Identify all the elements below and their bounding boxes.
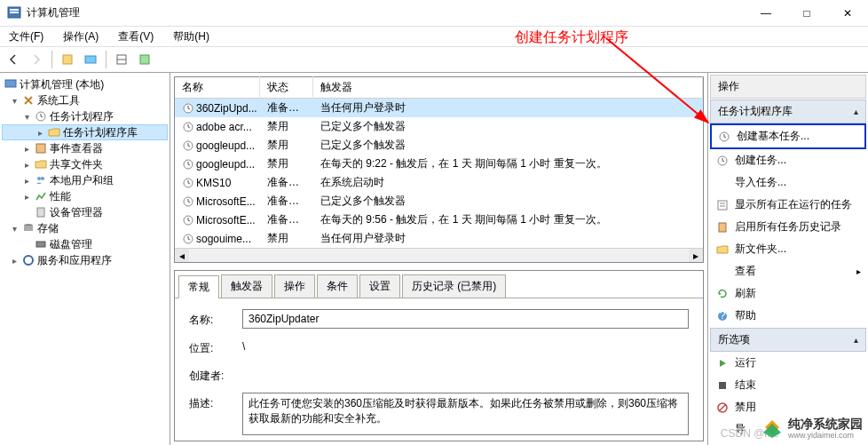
tab-triggers[interactable]: 触发器	[221, 274, 272, 298]
tree-event-viewer[interactable]: ▸ 事件查看器	[2, 140, 168, 156]
action-label: 查看	[735, 264, 756, 279]
task-row[interactable]: MicrosoftE...准备就绪在每天的 9:56 - 触发后，在 1 天 期…	[175, 211, 703, 229]
action-enable-history[interactable]: 启用所有任务历史记录	[710, 216, 866, 238]
action-disable[interactable]: 禁用	[710, 396, 866, 418]
action-refresh[interactable]: 刷新	[710, 282, 866, 305]
tree-performance[interactable]: ▸ 性能	[2, 188, 168, 204]
expand-icon[interactable]: ▸	[21, 176, 32, 186]
actions-group-label: 所选项	[718, 332, 750, 347]
desc-textarea[interactable]: 此任务可使您安装的360压缩能及时获得最新版本。如果此任务被禁用或删除，则360…	[242, 393, 689, 435]
menu-file[interactable]: 文件(F)	[5, 28, 47, 46]
tree-root[interactable]: 计算机管理 (本地)	[2, 76, 168, 92]
back-button[interactable]	[4, 50, 23, 69]
tree-device-manager[interactable]: 设备管理器	[2, 204, 168, 220]
name-input[interactable]: 360ZipUpdater	[242, 309, 689, 329]
menu-view[interactable]: 查看(V)	[114, 28, 157, 46]
action-new-folder[interactable]: 新文件夹...	[710, 238, 866, 260]
tree-task-scheduler-library[interactable]: ▸ 任务计划程序库	[2, 124, 168, 140]
task-list-header: 名称 状态 触发器	[175, 77, 703, 99]
task-row[interactable]: KMS10准备就绪在系统启动时	[175, 173, 703, 192]
task-trigger: 已定义多个触发器	[313, 192, 703, 211]
expand-icon[interactable]: ▸	[21, 160, 32, 170]
expand-icon[interactable]: ▾	[21, 112, 32, 122]
menu-action[interactable]: 操作(A)	[59, 28, 102, 46]
task-trigger: 在每天的 9:22 - 触发后，在 1 天 期间每隔 1 小时 重复一次。	[313, 155, 703, 173]
action-label: 创建基本任务...	[737, 129, 809, 144]
expand-icon[interactable]: ▾	[9, 96, 20, 106]
expand-icon[interactable]: ▸	[35, 128, 45, 138]
tree-storage[interactable]: ▾ 存储	[2, 220, 168, 236]
action-show-running[interactable]: 显示所有正在运行的任务	[710, 194, 866, 216]
task-row[interactable]: sogouime...禁用当任何用户登录时	[175, 229, 703, 248]
actions-group-label: 任务计划程序库	[718, 104, 793, 119]
action-run[interactable]: 运行	[710, 352, 866, 374]
tab-general[interactable]: 常规	[178, 275, 219, 298]
actions-group-library[interactable]: 任务计划程序库 ▴	[710, 99, 866, 123]
creator-label: 创建者:	[189, 365, 242, 384]
expand-icon[interactable]: ▸	[9, 256, 20, 266]
name-label: 名称:	[189, 309, 242, 328]
expand-icon[interactable]: ▾	[9, 224, 20, 234]
minimize-button[interactable]: —	[746, 0, 786, 27]
menu-help[interactable]: 帮助(H)	[170, 28, 213, 46]
actions-pane: 操作 任务计划程序库 ▴ 创建基本任务... 创建任务... 导入任务... 显…	[708, 73, 868, 445]
task-trigger: 在每天的 9:56 - 触发后，在 1 天 期间每隔 1 小时 重复一次。	[313, 211, 703, 229]
toolbar-icon-1[interactable]	[58, 50, 77, 69]
tree-services[interactable]: ▸ 服务和应用程序	[2, 252, 168, 268]
action-import[interactable]: 导入任务...	[710, 171, 866, 194]
import-icon	[715, 176, 730, 190]
task-row[interactable]: googleupd...禁用在每天的 9:22 - 触发后，在 1 天 期间每隔…	[175, 155, 703, 173]
view-icon	[715, 265, 730, 279]
tree-system-tools[interactable]: ▾ 系统工具	[2, 92, 168, 108]
action-create-task[interactable]: 创建任务...	[710, 149, 866, 171]
expand-icon[interactable]: ▸	[21, 192, 32, 202]
action-end[interactable]: 结束	[710, 374, 866, 396]
actions-group-selected[interactable]: 所选项 ▴	[710, 328, 866, 352]
toolbar-icon-3[interactable]	[112, 50, 131, 69]
scroll-right-icon[interactable]: ▸	[689, 249, 703, 262]
col-name[interactable]: 名称	[175, 76, 260, 99]
tab-settings[interactable]: 设置	[359, 274, 400, 298]
task-name: googleupd...	[196, 158, 255, 171]
forward-button[interactable]	[27, 50, 46, 69]
task-name: KMS10	[196, 177, 231, 189]
svg-rect-10	[36, 144, 45, 153]
clock-icon	[715, 154, 730, 168]
toolbar-icon-4[interactable]	[135, 50, 154, 69]
action-label: 新文件夹...	[735, 242, 786, 257]
action-label: 启用所有任务历史记录	[735, 219, 841, 234]
maximize-button[interactable]: □	[786, 0, 827, 27]
close-button[interactable]: ✕	[827, 0, 868, 27]
task-row[interactable]: 360ZipUpd...准备就绪当任何用户登录时	[175, 99, 703, 117]
main-area: 计算机管理 (本地) ▾ 系统工具 ▾ 任务计划程序 ▸ 任务计划程序库 ▸ 事…	[0, 73, 868, 445]
perf-icon	[34, 189, 48, 203]
tab-conditions[interactable]: 条件	[317, 274, 358, 298]
horizontal-scrollbar[interactable]: ◂ ▸	[175, 248, 703, 262]
detail-tabs: 常规 触发器 操作 条件 设置 历史记录 (已禁用)	[175, 271, 703, 298]
scroll-left-icon[interactable]: ◂	[175, 249, 189, 262]
tree-shared-folders[interactable]: ▸ 共享文件夹	[2, 156, 168, 172]
svg-point-12	[41, 177, 44, 180]
task-name: MicrosoftE...	[196, 195, 256, 208]
action-help[interactable]: ? 帮助	[710, 305, 866, 327]
tab-actions[interactable]: 操作	[274, 274, 315, 298]
task-row[interactable]: googleupd...禁用已定义多个触发器	[175, 136, 703, 155]
action-label: 结束	[735, 377, 756, 393]
tree-local-users[interactable]: ▸ 本地用户和组	[2, 172, 168, 188]
task-row[interactable]: MicrosoftE...准备就绪已定义多个触发器	[175, 192, 703, 211]
tree-disk-management[interactable]: 磁盘管理	[2, 236, 168, 252]
history-icon	[715, 220, 730, 234]
expand-icon[interactable]: ▸	[21, 144, 32, 154]
task-row[interactable]: adobe acr...禁用已定义多个触发器	[175, 117, 703, 136]
action-view[interactable]: 查看 ▸	[710, 260, 866, 282]
col-trigger[interactable]: 触发器	[313, 76, 703, 99]
tab-history[interactable]: 历史记录 (已禁用)	[402, 274, 506, 298]
svg-point-11	[37, 177, 41, 180]
tree-task-scheduler[interactable]: ▾ 任务计划程序	[2, 108, 168, 124]
col-status[interactable]: 状态	[260, 76, 313, 99]
toolbar-icon-2[interactable]	[81, 50, 100, 69]
folder-icon	[34, 157, 48, 171]
action-create-basic-task[interactable]: 创建基本任务...	[710, 123, 866, 149]
menubar: 文件(F) 操作(A) 查看(V) 帮助(H)	[0, 27, 868, 46]
tree-storage-label: 存储	[37, 221, 59, 236]
